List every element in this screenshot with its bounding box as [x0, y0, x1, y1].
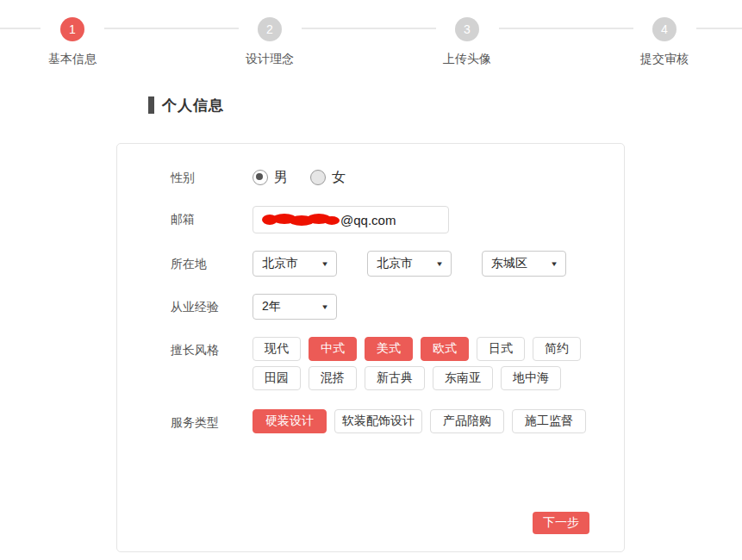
stepper-line-segment — [302, 28, 436, 29]
stepper-step-4: 4提交审核 — [626, 17, 703, 67]
step-4-circle: 4 — [652, 17, 677, 41]
style-tag[interactable]: 地中海 — [501, 366, 561, 390]
experience-select-value: 2年 — [262, 299, 281, 314]
radio-option-label: 女 — [332, 169, 346, 187]
gender-radio-option[interactable]: 男 — [253, 165, 288, 190]
styles-label: 擅长风格 — [171, 337, 253, 363]
email-input[interactable]: @qq.com — [253, 206, 449, 233]
stepper-line-segment — [499, 28, 633, 29]
style-tag[interactable]: 现代 — [253, 337, 301, 361]
email-label: 邮箱 — [171, 206, 253, 232]
chevron-down-icon: ▼ — [321, 260, 329, 268]
style-tag[interactable]: 混搭 — [309, 366, 357, 390]
stepper-step-2: 2设计理念 — [231, 17, 309, 67]
gender-radio-option[interactable]: 女 — [310, 165, 346, 190]
email-domain-text: @qq.com — [340, 213, 396, 227]
stepper-step-3: 3上传头像 — [428, 17, 506, 67]
chevron-down-icon: ▼ — [550, 260, 558, 268]
city-select-value: 北京市 — [377, 256, 413, 271]
style-tag[interactable]: 中式 — [309, 337, 357, 361]
step-1-label: 基本信息 — [34, 52, 111, 67]
city-select[interactable]: 北京市▼ — [367, 251, 452, 277]
step-2-label: 设计理念 — [231, 52, 309, 67]
next-step-button[interactable]: 下一步 — [533, 512, 589, 534]
wizard-stepper: 1基本信息2设计理念3上传头像4提交审核 — [0, 0, 742, 78]
gender-label: 性别 — [171, 165, 253, 190]
section-header: 个人信息 — [148, 95, 224, 115]
step-2-circle: 2 — [258, 17, 282, 41]
chevron-down-icon: ▼ — [435, 260, 444, 268]
service-type-tag[interactable]: 软装配饰设计 — [334, 409, 422, 433]
service-type-label: 服务类型 — [171, 409, 253, 435]
experience-select[interactable]: 2年 ▼ — [253, 294, 337, 320]
redacted-text-scribble — [262, 213, 340, 227]
style-tag[interactable]: 美式 — [365, 337, 413, 361]
style-tag[interactable]: 新古典 — [365, 366, 425, 390]
personal-info-form-card: 性别 男女 邮箱 @qq.com 所在地 北京市▼北京市▼东城区▼ — [116, 143, 625, 552]
chevron-down-icon: ▼ — [321, 303, 329, 311]
style-tag[interactable]: 欧式 — [421, 337, 469, 361]
step-3-circle: 3 — [455, 17, 479, 41]
page-title: 个人信息 — [162, 96, 224, 115]
service-type-tag[interactable]: 硬装设计 — [253, 409, 327, 433]
province-select[interactable]: 北京市▼ — [253, 251, 337, 277]
province-select-value: 北京市 — [262, 256, 298, 271]
step-3-label: 上传头像 — [428, 52, 506, 67]
service-type-tag[interactable]: 施工监督 — [512, 409, 586, 433]
service-type-tag[interactable]: 产品陪购 — [430, 409, 504, 433]
district-select[interactable]: 东城区▼ — [482, 251, 566, 277]
stepper-line-segment — [104, 28, 239, 29]
radio-option-label: 男 — [274, 169, 288, 187]
radio-icon — [253, 170, 268, 185]
radio-icon — [310, 170, 326, 185]
location-label: 所在地 — [171, 251, 253, 277]
style-tag[interactable]: 日式 — [477, 337, 525, 361]
title-accent-bar — [148, 96, 154, 114]
style-tag[interactable]: 田园 — [253, 366, 301, 390]
style-tag[interactable]: 东南亚 — [433, 366, 493, 390]
experience-label: 从业经验 — [171, 294, 253, 320]
stepper-step-1: 1基本信息 — [34, 17, 111, 67]
step-4-label: 提交审核 — [626, 52, 703, 67]
district-select-value: 东城区 — [491, 256, 527, 271]
step-1-circle: 1 — [60, 17, 84, 41]
style-tag[interactable]: 简约 — [533, 337, 581, 361]
